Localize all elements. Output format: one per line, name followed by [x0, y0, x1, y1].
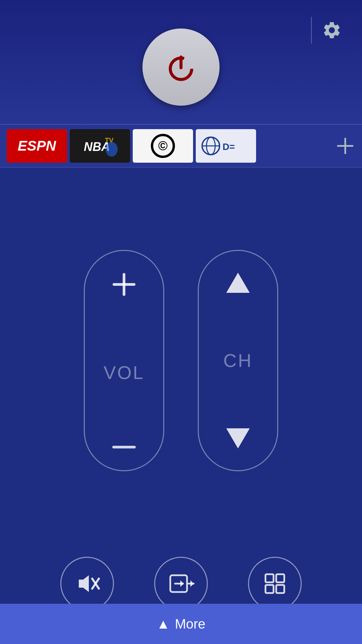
more-bar[interactable]: ▲ More: [0, 604, 362, 644]
channel-nba[interactable]: NBA TV: [70, 129, 130, 163]
comedy-circle: ©: [151, 134, 175, 158]
volume-control[interactable]: VOL: [84, 250, 164, 471]
svg-rect-26: [276, 585, 284, 593]
ch-up-icon: [223, 269, 253, 296]
mute-button[interactable]: [60, 557, 114, 610]
volume-up-button[interactable]: [109, 269, 139, 300]
channel-espn[interactable]: ESPN: [7, 129, 67, 163]
comedy-logo: ©: [133, 129, 193, 163]
svg-marker-15: [226, 428, 250, 448]
settings-area: [311, 17, 342, 44]
comedy-c: ©: [158, 139, 168, 153]
settings-button[interactable]: [322, 20, 342, 40]
add-channel-button[interactable]: [335, 136, 355, 156]
svg-rect-23: [265, 574, 274, 582]
svg-marker-20: [190, 580, 194, 587]
ch-down-icon: [223, 425, 253, 452]
svg-marker-14: [226, 273, 250, 293]
gear-icon: [322, 20, 342, 40]
more-label: More: [175, 616, 205, 632]
nba-logo: NBA TV: [80, 132, 120, 159]
numpad-icon: [261, 570, 288, 597]
channels-bar: ESPN NBA TV ©: [0, 124, 362, 168]
minus-icon: [112, 446, 136, 448]
remote-area: VOL CH: [0, 168, 362, 553]
numpad-button[interactable]: [248, 557, 302, 610]
volume-down-button[interactable]: [112, 446, 136, 452]
divider: [311, 17, 312, 44]
channel-down-button[interactable]: [223, 425, 253, 452]
plus-icon: [335, 136, 355, 156]
channel-control[interactable]: CH: [198, 250, 278, 471]
svg-rect-25: [265, 585, 274, 593]
mute-icon: [74, 570, 101, 597]
discovery-svg: D=: [201, 132, 251, 159]
discovery-logo: D=: [196, 129, 256, 163]
channel-comedy[interactable]: ©: [133, 129, 193, 163]
ch-label: CH: [223, 350, 252, 371]
more-chevron: ▲: [157, 616, 170, 632]
svg-text:D=: D=: [223, 142, 235, 152]
channel-discovery[interactable]: D=: [196, 129, 256, 163]
more-text: ▲ More: [157, 616, 205, 632]
svg-marker-22: [180, 580, 184, 587]
source-button[interactable]: [154, 557, 208, 610]
svg-point-5: [106, 142, 118, 157]
header: [0, 0, 362, 124]
power-icon: [164, 50, 198, 84]
nba-logo-svg: NBA TV: [80, 132, 120, 159]
vol-label: VOL: [104, 362, 144, 383]
power-button[interactable]: [142, 29, 220, 106]
plus-vol-icon: [109, 269, 139, 300]
svg-rect-24: [276, 574, 284, 582]
espn-label: ESPN: [18, 138, 56, 154]
source-icon: [168, 570, 194, 597]
channel-up-button[interactable]: [223, 269, 253, 296]
